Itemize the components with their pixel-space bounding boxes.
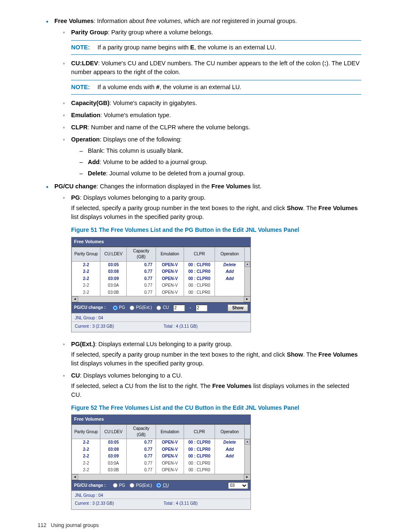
note-1: NOTE:If a parity group name begins with … [71,40,361,55]
radio-pgext[interactable]: PG(Ext.) [129,305,152,311]
radio-cu[interactable]: CU [156,305,169,311]
figure-51-panel: Free Volumes Parity Group CU:LDEV Capaci… [71,237,251,332]
op-add: Add: Volume to be added to a journal gro… [88,158,361,167]
pg-input-1[interactable] [173,305,185,311]
table-row[interactable]: 2-203:0A0.77OPEN-V00 : CLPR0 [72,460,251,467]
table-row[interactable]: 2-203:0A0.77OPEN-V00 : CLPR0 [72,282,251,289]
cu-item: CU: Displays volumes belonging to a CU. … [71,371,361,510]
table-row[interactable]: 2-203:0B0.77OPEN-V00 : CLPR0 [72,467,251,474]
radio-pgext[interactable]: PG(Ext.) [129,483,152,489]
scroll-up-button[interactable]: ▲ [245,262,250,267]
op-blank: Blank: This column is usually blank. [88,146,361,155]
radio-pg[interactable]: PG [113,483,125,489]
radio-pg[interactable]: PG [113,305,125,311]
table-row[interactable]: 2-203:0B0.77OPEN-V00 : CLPR0 [72,289,251,296]
horizontal-scrollbar[interactable]: ◄► [72,296,251,302]
table-row[interactable]: 2-203:090.77OPEN-V00 : CLPR0Add [72,275,251,283]
free-volumes-table: Parity Group CU:LDEV Capacity (GB) Emula… [72,424,251,474]
footer-text: Using journal groups [51,522,99,528]
operation-item: Operation: Displays one of the following… [71,135,361,178]
jnl-group-label: JNL Group : 04 [72,491,251,499]
table-row[interactable]: 2-203:050.77OPEN-V00 : CLPR0Delete▲ [72,439,251,446]
table-header-row: Parity Group CU:LDEV Capacity (GB) Emula… [72,425,251,439]
scroll-right-button[interactable]: ► [244,474,251,480]
free-volumes-item: Free Volumes: Information about free vol… [54,17,361,178]
show-button[interactable]: Show [228,304,248,311]
fv-label: Free Volumes [54,18,94,24]
clpr-item: CLPR: Number and name of the CLPR where … [71,123,361,132]
scroll-right-button[interactable]: ► [244,296,251,302]
pgcu-change-item: PG/CU change: Changes the information di… [54,182,361,510]
table-row[interactable]: 2-203:050.77OPEN-V00 : CLPR0Delete▲ [72,261,251,268]
capacity-item: Capacity(GB): Volume's capacity in gigab… [71,99,361,108]
parity-group-item: Parity Group: Parity group where a volum… [71,28,361,55]
scroll-up-button[interactable]: ▲ [245,439,250,445]
page-number: 112 [38,522,49,528]
pg-input-2[interactable] [196,305,207,311]
emulation-item: Emulation: Volume's emulation type. [71,111,361,120]
pgcu-change-row: PG/CU change : PG PG(Ext.) CU - Show [72,302,251,313]
figure-52-caption: Figure 52 The Free Volumes List and the … [71,403,361,412]
table-row[interactable]: 2-203:080.77OPEN-V00 : CLPR0Add [72,446,251,453]
op-delete: Delete: Journal volume to be deleted fro… [88,169,361,178]
pgcu-change-row: PG/CU change : PG PG(Ext.) CU 03 [72,480,251,491]
table-row[interactable]: 2-203:090.77OPEN-V00 : CLPR0Add [72,453,251,460]
table-header-row: Parity Group CU:LDEV Capacity (GB) Emula… [72,247,251,261]
note-2: NOTE:If a volume ends with #, the volume… [71,80,361,95]
free-volumes-table: Parity Group CU:LDEV Capacity (GB) Emula… [72,247,251,296]
status-row: Current : 3 (2.33 GB) Total : 4 (3.11 GB… [72,321,251,332]
scroll-left-button[interactable]: ◄ [72,296,78,302]
jnl-group-label: JNL Group : 04 [72,313,251,321]
radio-cu[interactable]: CU [156,483,169,489]
figure-52-panel: Free Volumes Parity Group CU:LDEV Capaci… [71,414,251,509]
top-bullets: Free Volumes: Information about free vol… [38,17,361,510]
scroll-left-button[interactable]: ◄ [72,474,78,480]
status-row: Current : 3 (2.33 GB) Total : 4 (3.11 GB… [72,499,251,509]
figure-51-caption: Figure 51 The Free Volumes List and the … [71,226,361,234]
panel-title: Free Volumes [72,237,251,247]
pg-item: PG: Displays volumes belonging to a pari… [71,193,361,332]
horizontal-scrollbar[interactable]: ◄► [72,474,251,480]
page-footer: 112 Using journal groups [38,522,361,528]
pgext-item: PG(Ext.): Displays external LUs belongin… [71,340,361,368]
table-row[interactable]: 2-203:080.77OPEN-V00 : CLPR0Add [72,268,251,275]
culdev-item: CU:LDEV: Volume's CU and LDEV numbers. T… [71,59,361,95]
panel-title: Free Volumes [72,415,251,424]
cu-select[interactable]: 03 [228,482,248,489]
